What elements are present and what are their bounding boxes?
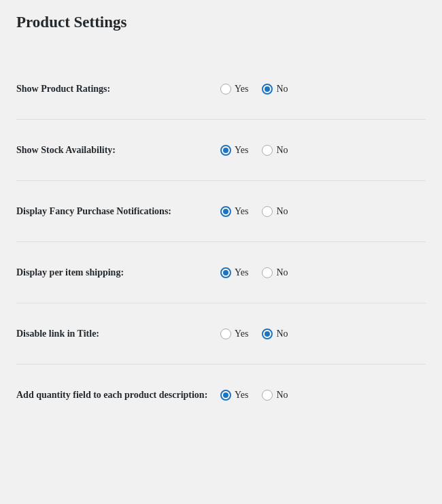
yes-radio-display-fancy-purchase-notifications[interactable] — [220, 206, 231, 217]
yes-label-show-stock-availability[interactable]: Yes — [220, 145, 248, 156]
no-text-disable-link-in-title: No — [276, 329, 288, 339]
setting-row-display-fancy-purchase-notifications: Display Fancy Purchase Notifications:Yes… — [16, 180, 426, 241]
yes-radio-show-product-ratings[interactable] — [220, 84, 231, 95]
no-text-add-quantity-field: No — [276, 390, 288, 401]
setting-controls-show-product-ratings: YesNo — [220, 73, 426, 105]
no-radio-disable-link-in-title[interactable] — [262, 329, 273, 339]
setting-row-add-quantity-field: Add quantity field to each product descr… — [16, 364, 426, 425]
no-label-show-stock-availability[interactable]: No — [262, 145, 288, 156]
no-text-show-stock-availability: No — [276, 145, 288, 156]
setting-label-disable-link-in-title: Disable link in Title: — [16, 316, 220, 352]
setting-row-show-stock-availability: Show Stock Availability:YesNo — [16, 119, 426, 180]
yes-label-display-per-item-shipping[interactable]: Yes — [220, 267, 248, 278]
setting-controls-disable-link-in-title: YesNo — [220, 318, 426, 350]
no-text-show-product-ratings: No — [276, 84, 288, 95]
no-text-display-per-item-shipping: No — [276, 267, 288, 278]
no-radio-display-per-item-shipping[interactable] — [262, 267, 273, 278]
yes-radio-disable-link-in-title[interactable] — [220, 329, 231, 339]
no-label-show-product-ratings[interactable]: No — [262, 84, 288, 95]
no-radio-show-product-ratings[interactable] — [262, 84, 273, 95]
yes-label-display-fancy-purchase-notifications[interactable]: Yes — [220, 206, 248, 217]
setting-label-display-fancy-purchase-notifications: Display Fancy Purchase Notifications: — [16, 193, 220, 229]
no-label-display-fancy-purchase-notifications[interactable]: No — [262, 206, 288, 217]
yes-text-display-fancy-purchase-notifications: Yes — [235, 206, 248, 217]
setting-label-show-stock-availability: Show Stock Availability: — [16, 132, 220, 168]
setting-row-display-per-item-shipping: Display per item shipping:YesNo — [16, 241, 426, 303]
yes-radio-display-per-item-shipping[interactable] — [220, 267, 231, 278]
setting-controls-add-quantity-field: YesNo — [220, 379, 426, 411]
yes-label-add-quantity-field[interactable]: Yes — [220, 390, 248, 401]
no-label-disable-link-in-title[interactable]: No — [262, 329, 288, 339]
yes-text-show-stock-availability: Yes — [235, 145, 248, 156]
yes-radio-add-quantity-field[interactable] — [220, 390, 231, 401]
setting-label-show-product-ratings: Show Product Ratings: — [16, 71, 220, 107]
yes-label-disable-link-in-title[interactable]: Yes — [220, 329, 248, 339]
no-label-add-quantity-field[interactable]: No — [262, 390, 288, 401]
yes-text-display-per-item-shipping: Yes — [235, 267, 248, 278]
yes-text-show-product-ratings: Yes — [235, 84, 248, 95]
yes-text-disable-link-in-title: Yes — [235, 329, 248, 339]
no-text-display-fancy-purchase-notifications: No — [276, 206, 288, 217]
setting-row-disable-link-in-title: Disable link in Title:YesNo — [16, 303, 426, 364]
setting-controls-show-stock-availability: YesNo — [220, 134, 426, 167]
setting-row-show-product-ratings: Show Product Ratings:YesNo — [16, 58, 426, 119]
no-radio-show-stock-availability[interactable] — [262, 145, 273, 156]
yes-label-show-product-ratings[interactable]: Yes — [220, 84, 248, 95]
setting-controls-display-per-item-shipping: YesNo — [220, 256, 426, 289]
yes-text-add-quantity-field: Yes — [235, 390, 248, 401]
page-title: Product Settings — [16, 14, 426, 39]
no-radio-add-quantity-field[interactable] — [262, 390, 273, 401]
yes-radio-show-stock-availability[interactable] — [220, 145, 231, 156]
no-radio-display-fancy-purchase-notifications[interactable] — [262, 206, 273, 217]
setting-label-display-per-item-shipping: Display per item shipping: — [16, 254, 220, 290]
setting-controls-display-fancy-purchase-notifications: YesNo — [220, 195, 426, 228]
settings-container: Show Product Ratings:YesNoShow Stock Ava… — [16, 58, 426, 425]
setting-label-add-quantity-field: Add quantity field to each product descr… — [16, 377, 220, 413]
no-label-display-per-item-shipping[interactable]: No — [262, 267, 288, 278]
